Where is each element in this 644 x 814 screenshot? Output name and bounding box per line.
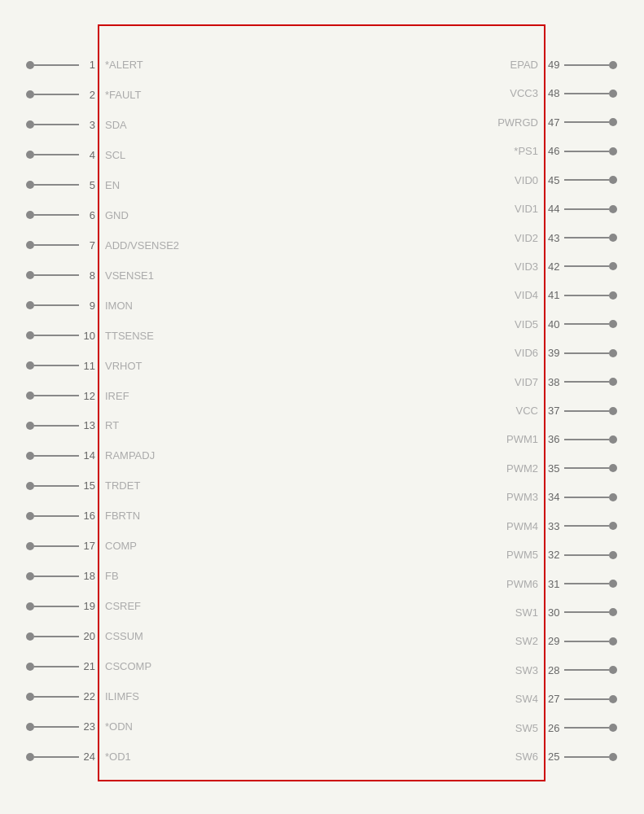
pin-label: VID1 <box>515 203 543 215</box>
pin-label: CSREF <box>100 600 141 612</box>
pin-dot <box>26 542 34 550</box>
pin-line <box>564 93 609 94</box>
left-pin-17: 17COMP <box>26 540 137 552</box>
pin-dot <box>609 666 617 674</box>
left-pin-10: 10TTSENSE <box>26 330 154 342</box>
left-pin-3: 3SDA <box>26 119 127 131</box>
pin-line <box>34 395 79 396</box>
pin-line <box>564 121 609 123</box>
pin-line <box>34 154 79 155</box>
pin-line <box>564 64 609 66</box>
left-pin-8: 8VSENSE1 <box>26 269 154 282</box>
right-pin-26: 26SW5 <box>515 722 617 734</box>
pin-number: 18 <box>79 570 95 582</box>
pin-line <box>34 575 79 577</box>
pin-label: ILIMFS <box>100 690 139 702</box>
pin-label: PWM4 <box>506 520 543 532</box>
pin-number: 33 <box>548 520 564 532</box>
left-pin-7: 7ADD/VSENSE2 <box>26 239 179 252</box>
pin-number: 47 <box>548 116 564 129</box>
pin-line <box>34 335 79 336</box>
right-pin-27: 27SW4 <box>515 693 617 705</box>
pin-line <box>34 636 79 637</box>
pin-number: 31 <box>548 578 564 590</box>
pin-dot <box>609 695 617 703</box>
pin-dot <box>609 493 617 501</box>
left-pin-12: 12IREF <box>26 390 129 402</box>
pin-line <box>34 756 79 758</box>
left-pin-21: 21CSCOMP <box>26 660 151 672</box>
pin-label: PWM2 <box>506 462 543 475</box>
pin-number: 46 <box>548 145 564 157</box>
pin-number: 48 <box>548 87 564 99</box>
right-pin-28: 28SW3 <box>515 664 617 676</box>
pin-line <box>34 304 79 306</box>
pin-number: 36 <box>548 433 564 445</box>
pin-line <box>564 381 609 383</box>
left-pin-1: 1*ALERT <box>26 59 143 71</box>
right-pin-29: 29SW2 <box>515 635 617 647</box>
pin-dot <box>26 361 34 370</box>
pin-line <box>34 455 79 457</box>
pin-label: COMP <box>100 540 137 552</box>
pin-line <box>34 425 79 427</box>
pin-dot <box>26 723 34 731</box>
pin-number: 8 <box>79 269 95 282</box>
pin-dot <box>609 608 617 616</box>
pin-number: 26 <box>548 722 564 734</box>
pin-number: 7 <box>79 239 95 252</box>
pin-dot <box>26 482 34 490</box>
pin-number: 6 <box>79 209 95 221</box>
right-pin-25: 25SW6 <box>515 751 617 763</box>
pin-number: 4 <box>79 149 95 161</box>
pin-number: 40 <box>548 318 564 330</box>
pin-label: SW1 <box>515 606 543 619</box>
pin-line <box>564 756 609 758</box>
pin-label: SDA <box>100 119 127 131</box>
right-pin-37: 37VCC <box>516 405 617 417</box>
right-pin-48: 48VCC3 <box>510 87 617 99</box>
pin-number: 1 <box>79 59 95 71</box>
pin-number: 42 <box>548 260 564 273</box>
pin-number: 19 <box>79 600 95 612</box>
right-pin-45: 45VID0 <box>515 174 617 186</box>
left-pin-15: 15TRDET <box>26 479 140 492</box>
pin-number: 2 <box>79 89 95 101</box>
pin-line <box>564 439 609 440</box>
pin-line <box>34 214 79 216</box>
pin-line <box>564 727 609 729</box>
left-pin-2: 2*FAULT <box>26 89 142 101</box>
right-pin-47: 47PWRGD <box>497 116 617 129</box>
left-pin-22: 22ILIMFS <box>26 690 139 702</box>
pin-line <box>564 208 609 210</box>
pin-line <box>564 352 609 354</box>
pin-dot <box>609 378 617 386</box>
pin-line <box>34 64 79 66</box>
pin-dot <box>26 211 34 219</box>
pin-label: FB <box>100 570 119 582</box>
pin-label: *ODN <box>100 720 133 733</box>
pin-number: 11 <box>79 360 95 372</box>
pin-number: 10 <box>79 330 95 342</box>
pin-line <box>34 94 79 95</box>
pin-label: VRHOT <box>100 360 142 372</box>
pin-line <box>34 124 79 125</box>
pin-label: TRDET <box>100 479 140 492</box>
pin-dot <box>26 61 34 69</box>
pin-line <box>564 641 609 642</box>
pin-dot <box>609 580 617 588</box>
pin-label: PWM1 <box>506 433 543 445</box>
right-pin-30: 30SW1 <box>515 606 617 619</box>
pin-dot <box>609 147 617 155</box>
pin-number: 25 <box>548 751 564 763</box>
pin-dot <box>609 464 617 472</box>
left-pin-9: 9IMON <box>26 300 133 312</box>
pin-number: 41 <box>548 289 564 301</box>
pin-dot <box>26 241 34 249</box>
ic-body: 1*ALERT2*FAULT3SDA4SCL5EN6GND7ADD/VSENSE… <box>98 24 545 781</box>
left-pin-11: 11VRHOT <box>26 360 142 372</box>
pin-number: 32 <box>548 549 564 561</box>
pin-dot <box>26 181 34 189</box>
pin-number: 27 <box>548 693 564 705</box>
pin-label: VCC <box>516 405 543 417</box>
